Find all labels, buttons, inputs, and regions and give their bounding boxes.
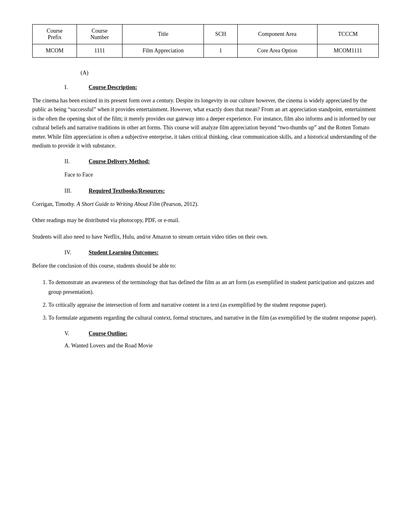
section-iii-title: Required Textbooks/Resources: <box>89 188 165 194</box>
section-iv-intro: Before the conclusion of this course, st… <box>32 262 379 270</box>
cell-title: Film Appreciation <box>122 44 204 58</box>
section-iv-heading: IV. Student Learning Outcomes: <box>64 249 379 256</box>
section-v-heading: V. Course Outline: <box>64 330 379 337</box>
section-i-title: Course Description: <box>89 84 137 91</box>
cell-tcccm: MCOM1111 <box>317 44 378 58</box>
header-component-area: Component Area <box>237 25 317 44</box>
section-ii-heading: II. Course Delivery Method: <box>64 158 379 165</box>
section-iv-num: IV. <box>64 249 89 256</box>
cell-number: 1111 <box>77 44 122 58</box>
slo-item-2: To critically appraise the intersection … <box>48 300 379 310</box>
section-i-heading: I. Course Description: <box>64 84 379 91</box>
section-a-label: (A) <box>81 70 379 76</box>
section-v-num: V. <box>64 330 89 337</box>
section-iii-line3: Students will also need to have Netflix,… <box>32 233 379 241</box>
table-row: MCOM 1111 Film Appreciation 1 Core Area … <box>33 44 379 58</box>
section-i-num: I. <box>64 84 89 91</box>
slo-item-1: To demonstrate an awareness of the termi… <box>48 278 379 297</box>
cell-component-area: Core Area Option <box>237 44 317 58</box>
header-title: Title <box>122 25 204 44</box>
section-ii-num: II. <box>64 158 89 165</box>
section-ii-title: Course Delivery Method: <box>89 158 150 165</box>
cell-prefix: MCOM <box>33 44 77 58</box>
slo-list: To demonstrate an awareness of the termi… <box>48 278 379 322</box>
header-course-number: Course Number <box>77 25 122 44</box>
header-course-prefix: Course Prefix <box>33 25 77 44</box>
outline-item-a: A. Wanted Lovers and the Road Movie <box>64 343 379 349</box>
cell-sch: 1 <box>204 44 237 58</box>
section-iii-heading: III. Required Textbooks/Resources: <box>64 188 379 194</box>
course-table: Course Prefix Course Number Title SCH Co… <box>32 24 379 58</box>
section-iii-line1: Corrigan, Timothy. A Short Guide to Writ… <box>32 200 379 209</box>
section-ii-subsection: Face to Face <box>64 170 379 179</box>
header-tcccm: TCCCM <box>317 25 378 44</box>
slo-item-3: To formulate arguments regarding the cul… <box>48 313 379 323</box>
section-v-title: Course Outline: <box>89 330 127 337</box>
section-i-content: The cinema has been existed in its prese… <box>32 96 379 150</box>
section-iv-title: Student Learning Outcomes: <box>89 249 158 256</box>
header-sch: SCH <box>204 25 237 44</box>
section-iii-num: III. <box>64 188 89 194</box>
section-iii-line2: Other readings may be distributed via ph… <box>32 216 379 225</box>
